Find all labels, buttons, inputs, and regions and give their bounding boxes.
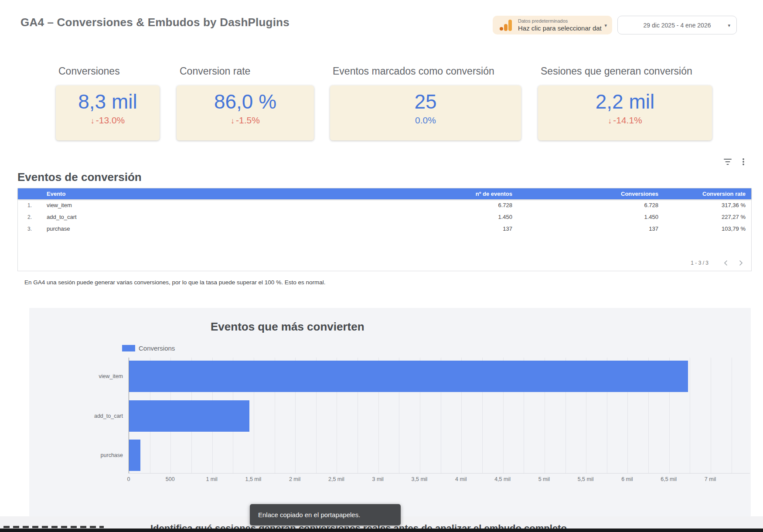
table-pagination: 1 - 3 / 3: [691, 258, 746, 268]
x-tick-label: 0: [111, 476, 146, 482]
pagination-prev-icon[interactable]: [721, 258, 731, 268]
dashboard-page: GA4 – Conversiones & Embudos by DashPlug…: [0, 0, 763, 532]
scorecard-eventos-marcados: 25 0.0%: [330, 85, 521, 140]
x-tick-label: 1,5 mil: [236, 476, 271, 482]
legend-label: Conversions: [139, 344, 175, 352]
scorecard-label-conversiones: Conversiones: [58, 65, 120, 77]
pagination-next-icon[interactable]: [736, 258, 746, 268]
x-tick-label: 3,5 mil: [402, 476, 437, 482]
analytics-logo-icon: [500, 20, 513, 31]
cell-eventos: 137: [373, 225, 519, 232]
kebab-menu-icon[interactable]: [739, 157, 748, 167]
scorecard-conversion-rate: 86,0 % ↓-1.5%: [177, 85, 314, 140]
arrow-down-icon: ↓: [231, 116, 235, 125]
table-footnote: En GA4 una sesión puede generar varias c…: [24, 279, 325, 286]
gridline: [711, 358, 711, 473]
bar-chart-plot: [129, 358, 750, 474]
arrow-down-icon: ↓: [608, 116, 612, 125]
report-title: GA4 – Conversiones & Embudos by DashPlug…: [20, 16, 290, 29]
scorecard-change: ↓-14.1%: [538, 115, 712, 126]
category-label-add_to_cart: add_to_cart: [55, 413, 123, 419]
gridline: [732, 358, 732, 473]
x-tick-label: 500: [153, 476, 187, 482]
bar-purchase[interactable]: [129, 440, 140, 471]
x-tick-label: 5,5 mil: [568, 476, 603, 482]
date-range-value: 29 dic 2025 - 4 ene 2026: [644, 22, 711, 29]
chevron-down-icon: ▾: [728, 22, 730, 28]
arrow-down-icon: ↓: [91, 116, 95, 125]
change-value: -1.5%: [236, 115, 260, 125]
scorecard-sesiones: 2,2 mil ↓-14.1%: [538, 85, 712, 140]
bar-add_to_cart[interactable]: [129, 400, 249, 432]
filter-icon[interactable]: [723, 157, 732, 167]
change-value: 0.0%: [415, 115, 436, 125]
scorecard-label-sesiones: Sesiones que generan conversión: [541, 65, 692, 77]
cell-evento: add_to_cart: [38, 214, 373, 220]
scorecard-conversiones: 8,3 mil ↓-13.0%: [56, 85, 160, 140]
bottom-black-bar: [0, 529, 763, 532]
date-range-selector[interactable]: 29 dic 2025 - 4 ene 2026 ▾: [617, 16, 737, 34]
legend-swatch: [122, 345, 135, 351]
table-header-row: Evento nº de eventos Conversiones Conver…: [18, 188, 751, 199]
category-label-view_item: view_item: [55, 373, 123, 379]
cell-evento: purchase: [38, 225, 373, 232]
cell-rate: 103,79 %: [665, 225, 751, 232]
scorecard-change: ↓-13.0%: [56, 115, 160, 126]
x-tick-label: 7 mil: [693, 476, 728, 482]
column-header-conversiones[interactable]: Conversiones: [519, 191, 665, 197]
cell-rate: 317,36 %: [665, 202, 751, 208]
column-header-eventos[interactable]: nº de eventos: [373, 191, 519, 197]
toast-notification: Enlace copiado en el portapapeles.: [250, 504, 401, 525]
x-tick-label: 4,5 mil: [485, 476, 520, 482]
scorecard-change: 0.0%: [330, 115, 521, 126]
data-source-selector[interactable]: Datos predeterminados Haz clic para sele…: [493, 16, 612, 34]
data-source-value: Haz clic para seleccionar dat: [518, 24, 602, 32]
cell-evento: view_item: [38, 202, 373, 208]
change-value: -14.1%: [613, 115, 642, 125]
cutoff-content-fragment: [3, 526, 104, 528]
row-number: 2.: [18, 214, 38, 220]
column-header-conversion-rate[interactable]: Conversion rate: [665, 191, 751, 197]
gridline: [690, 358, 690, 473]
scorecard-value: 86,0 %: [177, 90, 314, 113]
table-row: 1. view_item 6.728 6.728 317,36 %: [18, 199, 751, 211]
cell-conversiones: 1.450: [519, 214, 665, 220]
change-value: -13.0%: [96, 115, 125, 125]
cell-rate: 227,27 %: [665, 214, 751, 220]
x-tick-label: 6,5 mil: [651, 476, 686, 482]
cell-eventos: 6.728: [373, 202, 519, 208]
x-tick-label: 2,5 mil: [319, 476, 354, 482]
row-number: 1.: [18, 202, 38, 208]
scorecard-value: 2,2 mil: [538, 90, 712, 113]
category-label-purchase: purchase: [55, 452, 123, 458]
x-tick-label: 2 mil: [277, 476, 312, 482]
x-tick-label: 3 mil: [361, 476, 395, 482]
x-tick-label: 4 mil: [443, 476, 478, 482]
data-source-label: Datos predeterminados: [518, 18, 602, 24]
x-tick-label: 1 mil: [194, 476, 229, 482]
scorecard-value: 8,3 mil: [56, 90, 160, 113]
legend-item-conversions[interactable]: Conversions: [122, 344, 175, 352]
x-tick-label: 5 mil: [527, 476, 562, 482]
table-row: 3. purchase 137 137 103,79 %: [18, 223, 751, 235]
cell-conversiones: 6.728: [519, 202, 665, 208]
cell-eventos: 1.450: [373, 214, 519, 220]
conversion-events-table: Evento nº de eventos Conversiones Conver…: [17, 188, 752, 271]
scorecard-value: 25: [330, 90, 521, 113]
scorecard-label-conversion-rate: Conversion rate: [180, 65, 250, 77]
pagination-range: 1 - 3 / 3: [691, 260, 708, 266]
scorecard-change: ↓-1.5%: [177, 115, 314, 126]
cell-conversiones: 137: [519, 225, 665, 232]
column-header-evento[interactable]: Evento: [38, 191, 373, 197]
row-number: 3.: [18, 226, 38, 232]
chevron-down-icon: ▾: [604, 22, 607, 28]
bar-chart-panel: Eventos que más convierten Conversions v…: [29, 308, 751, 516]
bar-view_item[interactable]: [129, 361, 688, 392]
chart-title: Eventos que más convierten: [211, 320, 364, 334]
x-tick-label: 6 mil: [610, 476, 644, 482]
scorecard-label-eventos-marcados: Eventos marcados como conversión: [333, 65, 494, 77]
table-row: 2. add_to_cart 1.450 1.450 227,27 %: [18, 211, 751, 223]
table-section-title: Eventos de conversión: [17, 171, 142, 184]
